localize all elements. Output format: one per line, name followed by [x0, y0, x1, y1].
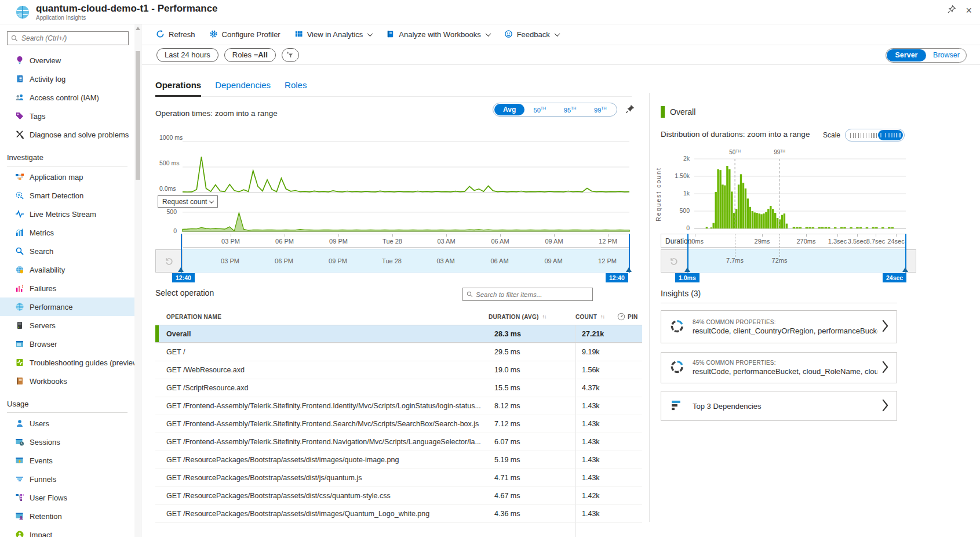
left-handle-marker-icon[interactable] — [178, 267, 184, 272]
scale-toggle[interactable] — [845, 129, 905, 141]
duration-slider-right-handle[interactable] — [905, 234, 906, 273]
insight-card-45-common-properties[interactable]: 45% COMMON PROPERTIES:resultCode, perfor… — [661, 352, 897, 383]
configure-profiler-button[interactable]: Configure Profiler — [209, 30, 280, 40]
sidebar-item-workbooks[interactable]: Workbooks — [0, 372, 134, 390]
toggle-option-server[interactable]: Server — [887, 49, 926, 61]
roles-filter-pill[interactable]: Roles = All — [224, 48, 276, 62]
analyze-with-workbooks-button[interactable]: Analyze with Workbooks — [386, 30, 490, 40]
column-pin[interactable]: PIN — [617, 313, 642, 321]
sidebar-item-smart-detection[interactable]: Smart Detection — [0, 186, 134, 205]
right-handle-marker-icon[interactable] — [626, 267, 632, 272]
table-row[interactable]: GET /Frontend-Assembly/Telerik.Sitefinit… — [155, 433, 642, 451]
guide-icon — [15, 358, 24, 367]
sidebar-item-user-flows[interactable]: User Flows — [0, 488, 134, 507]
column-operation-name[interactable]: OPERATION NAME — [155, 314, 489, 320]
duration-histogram-chart[interactable]: 2k1.50k1k5000Request count50TH99TH — [655, 148, 906, 235]
duration-slider-reset-button[interactable] — [661, 249, 687, 273]
sidebar-scrollbar[interactable] — [134, 24, 141, 537]
sort-icon[interactable]: ↑↓ — [542, 314, 547, 320]
table-row[interactable]: Overall28.3 ms27.21k — [155, 325, 642, 343]
sidebar-item-servers[interactable]: Servers — [0, 316, 134, 335]
duration-slider-left-handle[interactable] — [687, 234, 688, 273]
left-handle-marker-icon[interactable] — [684, 267, 690, 272]
duration-slider-track[interactable] — [687, 249, 906, 273]
request-count-chart[interactable]: 5000 — [147, 206, 632, 235]
slider-time-label: Tue 28 — [382, 257, 402, 264]
sidebar-item-retention[interactable]: Retention — [0, 507, 134, 525]
filter-items-input[interactable] — [476, 291, 592, 298]
scrollbar-up-arrow-icon[interactable] — [136, 27, 140, 30]
percentile-option-95th[interactable]: 95TH — [555, 106, 585, 114]
sidebar-item-performance[interactable]: Performance — [0, 297, 134, 316]
table-row[interactable]: GET /ResourcePackages/Bootstrap/assets/d… — [155, 505, 642, 523]
sidebar-item-availability[interactable]: Availability — [0, 260, 134, 279]
circle-pin-icon[interactable] — [617, 313, 625, 321]
tab-dependencies[interactable]: Dependencies — [215, 80, 271, 97]
sidebar-item-search[interactable]: Search — [0, 242, 134, 260]
sidebar-search-input[interactable] — [7, 31, 129, 45]
toggle-option-browser[interactable]: Browser — [927, 49, 966, 61]
sidebar-nav: OverviewActivity logAccess control (IAM)… — [0, 51, 134, 537]
sidebar-item-diagnose-and-solve-problems[interactable]: Diagnose and solve problems — [0, 125, 134, 144]
add-filter-button[interactable] — [282, 48, 299, 62]
time-range-slider[interactable]: 03 PM06 PM09 PMTue 2803 AM06 AM09 AM12 P… — [155, 249, 629, 273]
table-row[interactable]: GET /ResourcePackages/Bootstrap/assets/d… — [155, 469, 642, 487]
close-icon[interactable]: × — [966, 5, 972, 16]
pin-blade-icon[interactable] — [947, 5, 956, 16]
sort-icon[interactable]: ↑↓ — [600, 314, 604, 320]
column-count[interactable]: COUNT↑↓ — [575, 314, 617, 320]
percentile-option-avg[interactable]: Avg — [494, 104, 524, 115]
sidebar-item-users[interactable]: Users — [0, 414, 134, 433]
table-row[interactable]: GET /ResourcePackages/Bootstrap/assets/d… — [155, 487, 642, 505]
time-range-pill[interactable]: Last 24 hours — [156, 48, 218, 62]
table-row[interactable]: GET /WebResource.axd19.0 ms1.56k — [155, 361, 642, 379]
log-scale-icon[interactable] — [878, 130, 903, 140]
sidebar-item-metrics[interactable]: Metrics — [0, 223, 134, 242]
scrollbar-thumb[interactable] — [136, 51, 140, 180]
column-duration-avg[interactable]: DURATION (AVG)↑↓ — [489, 314, 575, 320]
tab-operations[interactable]: Operations — [155, 80, 201, 97]
sidebar-item-funnels[interactable]: Funnels — [0, 470, 134, 488]
percentile-option-50th[interactable]: 50TH — [524, 106, 555, 114]
view-in-analytics-button[interactable]: View in Analytics — [294, 30, 373, 40]
sidebar-item-overview[interactable]: Overview — [0, 51, 134, 70]
time-slider-track[interactable]: 03 PM06 PM09 PMTue 2803 AM06 AM09 AM12 P… — [183, 249, 629, 273]
sidebar-item-browser[interactable]: Browser — [0, 335, 134, 353]
svg-text:500: 500 — [679, 207, 690, 214]
refresh-button[interactable]: Refresh — [156, 30, 195, 40]
linear-scale-icon[interactable] — [850, 133, 877, 138]
sidebar-item-sessions[interactable]: Sessions — [0, 433, 134, 451]
sidebar-item-impact[interactable]: Impact — [0, 525, 134, 537]
time-slider-left-handle[interactable] — [181, 234, 182, 273]
percentile-option-99th[interactable]: 99TH — [585, 106, 615, 114]
sidebar-item-activity-log[interactable]: Activity log — [0, 70, 134, 88]
distribution-title: Distribution of durations: zoom into a r… — [661, 130, 810, 139]
table-row-partial[interactable] — [155, 523, 642, 537]
sidebar-section-usage: Usage — [7, 396, 127, 413]
sidebar-item-failures[interactable]: !Failures — [0, 279, 134, 297]
sidebar-item-access-control-iam[interactable]: Access control (IAM) — [0, 88, 134, 107]
table-row[interactable]: GET /29.5 ms9.19k — [155, 343, 642, 361]
table-row[interactable]: GET /ResourcePackages/Bootstrap/assets/d… — [155, 451, 642, 469]
tab-roles[interactable]: Roles — [285, 80, 307, 97]
table-row[interactable]: GET /Frontend-Assembly/Telerik.Sitefinit… — [155, 415, 642, 433]
insight-card-top-3-dependencies[interactable]: Top 3 Dependencies — [661, 391, 897, 421]
table-row[interactable]: GET /Frontend-Assembly/Telerik.Sitefinit… — [155, 397, 642, 415]
feedback-button[interactable]: Feedback — [504, 30, 559, 40]
insight-card-84-common-properties[interactable]: 84% COMMON PROPERTIES:resultCode, client… — [661, 310, 897, 343]
right-handle-marker-icon[interactable] — [902, 267, 908, 272]
pin-chart-icon[interactable] — [625, 104, 635, 116]
sidebar-item-live-metrics-stream[interactable]: Live Metrics Stream — [0, 205, 134, 223]
sidebar-item-tags[interactable]: Tags — [0, 107, 134, 125]
overall-legend: Overall — [661, 106, 695, 118]
time-slider-right-handle[interactable] — [629, 234, 630, 273]
sidebar-item-application-map[interactable]: Application map — [0, 168, 134, 186]
table-row[interactable]: GET /ScriptResource.axd15.5 ms4.37k — [155, 379, 642, 397]
sidebar-item-troubleshooting-guides-preview[interactable]: Troubleshooting guides (preview) — [0, 353, 134, 372]
filter-plus-icon — [286, 50, 295, 60]
sidebar-item-label: Application map — [30, 173, 83, 182]
sidebar-item-label: Availability — [30, 266, 65, 274]
duration-range-slider[interactable]: 7.7ms 72ms — [661, 249, 916, 273]
sidebar-item-events[interactable]: Events — [0, 451, 134, 470]
operation-times-chart[interactable]: 1000 ms500 ms0.0ms — [147, 133, 632, 195]
